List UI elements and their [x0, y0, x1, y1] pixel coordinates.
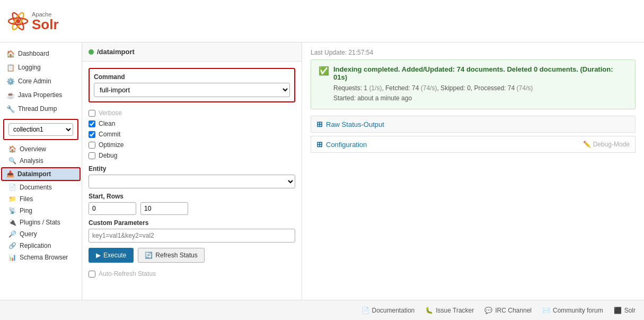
- debug-mode-link[interactable]: ✏️ Debug-Mode: [583, 141, 635, 148]
- commit-label[interactable]: Commit: [99, 131, 120, 138]
- custom-params-label: Custom Parameters: [89, 219, 295, 227]
- issue-tracker-icon: 🐛: [425, 307, 433, 314]
- verbose-checkbox[interactable]: [89, 110, 95, 117]
- entity-select[interactable]: [89, 175, 295, 188]
- thread-dump-icon: 🔧: [6, 105, 15, 113]
- collection-selector-wrapper: collection1: [3, 119, 78, 140]
- command-label: Command: [94, 73, 290, 81]
- sub-nav-ping[interactable]: 📡 Ping: [0, 205, 82, 217]
- debug-mode-icon: ✏️: [583, 141, 591, 148]
- status-requests-line: Requests: 1 (1/s), Fetched: 74 (74/s), S…: [333, 83, 628, 93]
- query-icon: 🔎: [8, 230, 16, 238]
- optimize-label[interactable]: Optimize: [99, 141, 123, 149]
- dataimport-panel: /dataimport Command full-import delta-im…: [82, 42, 302, 300]
- documentation-link[interactable]: 📄 Documentation: [361, 307, 415, 314]
- raw-status-header[interactable]: ⊞ Raw Status-Output: [311, 116, 635, 132]
- solr-label: Solr: [32, 18, 59, 31]
- verbose-label[interactable]: Verbose: [99, 109, 122, 117]
- auto-refresh-row: Auto-Refresh Status: [89, 268, 295, 280]
- issue-tracker-link[interactable]: 🐛 Issue Tracker: [425, 307, 474, 314]
- raw-status-section: ⊞ Raw Status-Output: [311, 116, 636, 133]
- irc-channel-link[interactable]: 💬 IRC Channel: [484, 307, 532, 314]
- schema-browser-icon: 📊: [8, 254, 16, 261]
- core-admin-icon: ⚙️: [6, 77, 15, 85]
- sub-nav-replication[interactable]: 🔗 Replication: [0, 240, 82, 252]
- auto-refresh-label[interactable]: Auto-Refresh Status: [99, 270, 156, 278]
- documents-icon: 📄: [8, 184, 16, 191]
- clean-label[interactable]: Clean: [99, 120, 115, 127]
- nav-item-java-properties[interactable]: ☕ Java Properties: [0, 88, 82, 102]
- clean-checkbox-row: Clean: [89, 118, 295, 129]
- auto-refresh-checkbox[interactable]: [89, 271, 95, 278]
- dataimport-form: Command full-import delta-import status …: [82, 62, 302, 286]
- plugins-stats-icon: 🔌: [8, 219, 16, 226]
- command-section: Command full-import delta-import status …: [89, 68, 295, 102]
- nav-item-core-admin[interactable]: ⚙️ Core Admin: [0, 74, 82, 88]
- configuration-section: ⊞ Configuration ✏️ Debug-Mode: [311, 136, 636, 153]
- documentation-icon: 📄: [361, 307, 369, 314]
- raw-status-label: Raw Status-Output: [326, 120, 384, 128]
- command-select[interactable]: full-import delta-import status reload-c…: [94, 83, 290, 97]
- logo-area: Apache Solr: [6, 10, 59, 33]
- community-forum-icon: ✉️: [542, 307, 550, 314]
- dataimport-icon: 📥: [6, 170, 14, 178]
- sub-nav-dataimport[interactable]: 📥 Dataimport: [1, 167, 81, 181]
- main-layout: 🏠 Dashboard 📋 Logging ⚙️ Core Admin ☕ Ja…: [0, 42, 644, 300]
- svg-point-3: [16, 19, 20, 23]
- processed-rate: (74/s): [517, 84, 533, 92]
- start-input[interactable]: [89, 202, 136, 215]
- nav-item-thread-dump[interactable]: 🔧 Thread Dump: [0, 102, 82, 116]
- dashboard-icon: 🏠: [6, 49, 15, 58]
- refresh-status-button[interactable]: 🔄 Refresh Status: [138, 248, 204, 263]
- debug-label[interactable]: Debug: [99, 152, 117, 159]
- sub-nav-documents[interactable]: 📄 Documents: [0, 181, 82, 193]
- solr-link[interactable]: ⬛ Solr: [614, 307, 636, 314]
- optimize-checkbox[interactable]: [89, 142, 95, 149]
- irc-channel-icon: 💬: [484, 307, 492, 314]
- rows-input[interactable]: [140, 202, 188, 215]
- analysis-icon: 🔍: [8, 157, 16, 165]
- execute-icon: ▶: [96, 252, 101, 259]
- replication-icon: 🔗: [8, 242, 16, 249]
- sub-nav-plugins-stats[interactable]: 🔌 Plugins / Stats: [0, 217, 82, 228]
- execute-button[interactable]: ▶ Execute: [89, 248, 134, 263]
- sub-nav-overview[interactable]: 🏠 Overview: [0, 143, 82, 155]
- nav-item-logging[interactable]: 📋 Logging: [0, 60, 82, 74]
- right-panel: Last Update: 21:57:54 ✅ Indexing complet…: [302, 42, 644, 300]
- debug-mode-label: Debug-Mode: [593, 141, 630, 148]
- start-rows-label: Start, Rows: [89, 193, 295, 200]
- sub-nav-analysis[interactable]: 🔍 Analysis: [0, 155, 82, 167]
- status-dot: [89, 49, 94, 55]
- configuration-header[interactable]: ⊞ Configuration: [311, 136, 583, 152]
- status-success-row: ✅ Indexing completed. Added/Updated: 74 …: [319, 65, 628, 103]
- community-forum-link[interactable]: ✉️ Community forum: [542, 307, 603, 314]
- footer: 📄 Documentation 🐛 Issue Tracker 💬 IRC Ch…: [0, 300, 644, 320]
- app-header: Apache Solr: [0, 0, 644, 42]
- last-update: Last Update: 21:57:54: [311, 49, 636, 56]
- status-message-box: ✅ Indexing completed. Added/Updated: 74 …: [311, 59, 636, 109]
- overview-icon: 🏠: [8, 145, 16, 153]
- ping-icon: 📡: [8, 207, 16, 214]
- entity-label: Entity: [89, 165, 295, 172]
- dataimport-path: /dataimport: [97, 48, 135, 56]
- success-check-icon: ✅: [319, 66, 329, 76]
- debug-checkbox-row: Debug: [89, 150, 295, 161]
- commit-checkbox[interactable]: [89, 131, 95, 138]
- status-text-block: Indexing completed. Added/Updated: 74 do…: [333, 65, 628, 103]
- logging-icon: 📋: [6, 63, 15, 72]
- requests-rate: (1/s): [369, 84, 382, 92]
- status-main-text: Indexing completed. Added/Updated: 74 do…: [333, 65, 628, 81]
- nav-item-dashboard[interactable]: 🏠 Dashboard: [0, 47, 82, 60]
- debug-checkbox[interactable]: [89, 152, 95, 159]
- commit-checkbox-row: Commit: [89, 129, 295, 140]
- solr-footer-icon: ⬛: [614, 307, 622, 314]
- raw-status-expand-icon: ⊞: [316, 120, 323, 128]
- java-properties-icon: ☕: [6, 91, 15, 99]
- collection-select[interactable]: collection1: [8, 123, 73, 136]
- sub-nav-files[interactable]: 📁 Files: [0, 193, 82, 205]
- custom-params-input[interactable]: [89, 229, 295, 243]
- sub-nav-query[interactable]: 🔎 Query: [0, 228, 82, 240]
- sub-nav-schema-browser[interactable]: 📊 Schema Browser: [0, 252, 82, 263]
- optimize-checkbox-row: Optimize: [89, 140, 295, 150]
- clean-checkbox[interactable]: [89, 120, 95, 127]
